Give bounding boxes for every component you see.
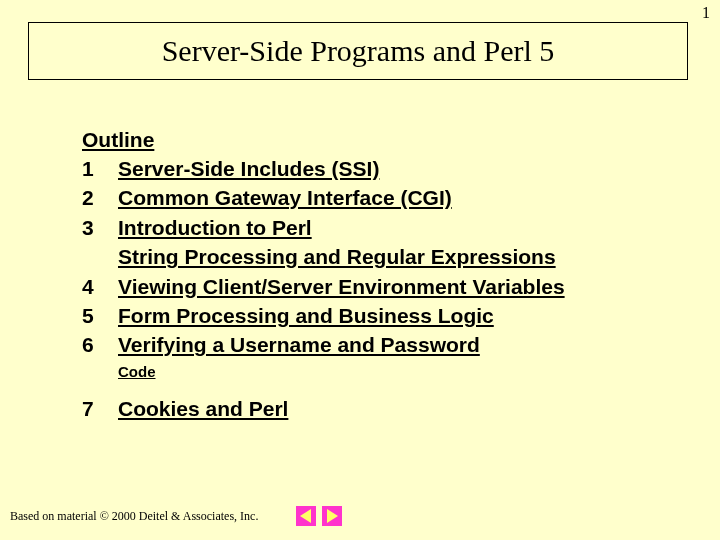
outline-item: 3 Introduction to Perl	[82, 213, 662, 242]
outline-item: 1 Server-Side Includes (SSI)	[82, 154, 662, 183]
outline-subitem: Code	[118, 360, 662, 384]
outline-label: Server-Side Includes (SSI)	[118, 154, 379, 183]
footer-copyright: Based on material © 2000 Deitel & Associ…	[10, 509, 258, 524]
outline-num	[82, 242, 118, 271]
outline-item: 4 Viewing Client/Server Environment Vari…	[82, 272, 662, 301]
outline-label: Cookies and Perl	[118, 394, 288, 423]
page-number: 1	[702, 4, 710, 22]
slide-title: Server-Side Programs and Perl 5	[162, 34, 555, 68]
outline-heading: Outline	[82, 128, 662, 152]
outline-num: 2	[82, 183, 118, 212]
outline-label: Form Processing and Business Logic	[118, 301, 494, 330]
next-arrow-icon[interactable]	[322, 506, 342, 530]
outline-num: 6	[82, 330, 118, 359]
outline-block: Outline 1 Server-Side Includes (SSI) 2 C…	[82, 128, 662, 423]
outline-num: 5	[82, 301, 118, 330]
outline-item: 7 Cookies and Perl	[82, 394, 662, 423]
outline-num: 4	[82, 272, 118, 301]
outline-item: 6 Verifying a Username and Password	[82, 330, 662, 359]
outline-item: 5 Form Processing and Business Logic	[82, 301, 662, 330]
nav-arrows	[296, 506, 342, 530]
outline-label: Viewing Client/Server Environment Variab…	[118, 272, 565, 301]
outline-label: String Processing and Regular Expression…	[118, 242, 556, 271]
outline-num: 7	[82, 394, 118, 423]
outline-item: String Processing and Regular Expression…	[82, 242, 662, 271]
outline-num: 3	[82, 213, 118, 242]
outline-num: 1	[82, 154, 118, 183]
outline-label: Common Gateway Interface (CGI)	[118, 183, 452, 212]
outline-label: Introduction to Perl	[118, 213, 312, 242]
outline-item: 2 Common Gateway Interface (CGI)	[82, 183, 662, 212]
title-box: Server-Side Programs and Perl 5	[28, 22, 688, 80]
prev-arrow-icon[interactable]	[296, 506, 316, 530]
outline-label: Verifying a Username and Password	[118, 330, 480, 359]
